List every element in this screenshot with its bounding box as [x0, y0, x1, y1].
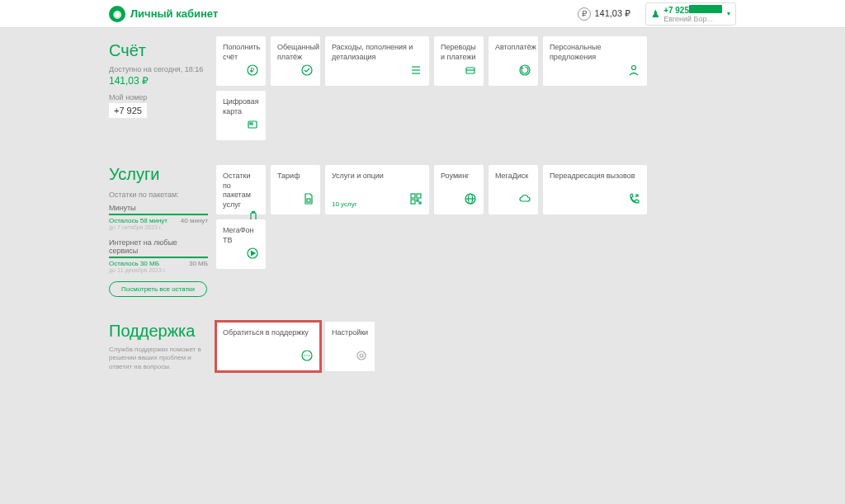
svg-point-25 — [304, 355, 305, 356]
balance-value: 141,03 ₽ — [594, 8, 630, 19]
ruble-circle-icon: ₽ — [246, 64, 259, 79]
list-icon — [409, 64, 422, 79]
person-icon — [627, 64, 640, 79]
gear-icon — [355, 349, 368, 365]
card-forward[interactable]: Переадресация вызовов — [543, 165, 647, 214]
header: ◉ Личный кабинет ₽ 141,03 ₽ ♟ +7 925 Евг… — [0, 0, 845, 28]
card-megadisk[interactable]: МегаДиск — [489, 165, 538, 214]
mynum-label: Мой номер — [109, 93, 208, 101]
play-icon — [246, 247, 259, 262]
internet-bar — [109, 257, 208, 258]
card-roaming[interactable]: Роуминг — [434, 165, 484, 214]
card-promised[interactable]: Обещанный платёж — [271, 36, 320, 86]
card-contact-support[interactable]: Обратиться в поддержку — [216, 322, 320, 371]
card-settings[interactable]: Настройки — [325, 322, 375, 371]
available-label: Доступно на сегодня, 18:16 — [109, 65, 208, 73]
svg-rect-11 — [250, 123, 253, 125]
svg-rect-15 — [411, 194, 415, 198]
phone-forward-icon — [627, 192, 640, 208]
view-all-button[interactable]: Посмотреть все остатки — [109, 281, 207, 297]
svg-text:₽: ₽ — [250, 67, 254, 74]
svg-rect-19 — [419, 202, 421, 204]
svg-rect-14 — [307, 199, 310, 202]
support-section: Поддержка Служба поддержки поможет в реш… — [109, 322, 736, 371]
qr-icon — [409, 192, 422, 208]
brand-title: Личный кабинет — [130, 7, 218, 20]
card-topup[interactable]: Пополнить счёт ₽ — [216, 36, 266, 86]
transfer-icon — [464, 64, 477, 79]
svg-point-9 — [632, 66, 636, 70]
minutes-block: Минуты Осталось 58 минут40 минут до 7 ок… — [109, 204, 208, 230]
svg-point-2 — [302, 65, 312, 75]
support-desc: Служба поддержки поможет в решении ваших… — [109, 346, 208, 371]
svg-rect-18 — [417, 200, 418, 201]
card-digital[interactable]: Цифровая карта — [216, 91, 266, 140]
card-options[interactable]: Услуги и опции 10 услуг — [325, 165, 429, 214]
user-phone: +7 925 — [663, 6, 689, 15]
support-title: Поддержка — [109, 322, 208, 341]
card-transfers[interactable]: Переводы и платежи — [434, 36, 484, 86]
logo-icon: ◉ — [109, 6, 125, 22]
card-remains[interactable]: Остатки по пакетам услуг — [216, 165, 266, 214]
services-section: Услуги Остатки по пакетам: Минуты Остало… — [109, 165, 736, 297]
svg-point-28 — [357, 351, 366, 360]
user-name: Евгений Бор... — [663, 15, 722, 23]
cloud-icon — [518, 192, 531, 208]
globe-icon — [464, 192, 477, 208]
packages-label: Остатки по пакетам: — [109, 191, 208, 199]
autopay-icon — [518, 64, 531, 79]
svg-rect-17 — [411, 200, 415, 204]
brand-logo[interactable]: ◉ Личный кабинет — [109, 6, 218, 22]
user-menu[interactable]: ♟ +7 925 Евгений Бор... ▾ — [645, 2, 736, 26]
svg-rect-16 — [417, 194, 421, 198]
chat-icon — [300, 349, 314, 365]
card-megafontv[interactable]: МегаФон ТВ — [216, 219, 266, 269]
user-icon: ♟ — [651, 8, 660, 20]
card-tariff[interactable]: Тариф — [271, 165, 320, 214]
minutes-bar — [109, 214, 208, 215]
promised-icon — [300, 64, 314, 79]
services-title: Услуги — [109, 165, 208, 184]
chevron-down-icon: ▾ — [727, 10, 730, 17]
mynum-value: +7 925 — [109, 103, 147, 118]
ruble-icon: ₽ — [578, 7, 591, 21]
account-amount: 141,03 ₽ — [109, 75, 208, 87]
card-expenses[interactable]: Расходы, пополнения и детализация — [325, 36, 429, 86]
card-icon — [246, 118, 259, 134]
card-autopay[interactable]: Автоплатёж — [489, 36, 538, 86]
account-title: Счёт — [109, 41, 208, 60]
sim-icon — [302, 192, 314, 208]
svg-point-27 — [309, 355, 309, 356]
svg-point-26 — [306, 355, 307, 356]
phone-mask — [689, 5, 722, 13]
header-balance[interactable]: ₽ 141,03 ₽ — [578, 7, 630, 21]
svg-rect-13 — [253, 211, 255, 213]
svg-point-29 — [360, 354, 363, 357]
card-offers[interactable]: Персональные предложения — [543, 36, 647, 86]
account-section: Счёт Доступно на сегодня, 18:16 141,03 ₽… — [109, 36, 736, 140]
internet-block: Интернет на любые сервисы Осталось 30 МБ… — [109, 238, 208, 273]
